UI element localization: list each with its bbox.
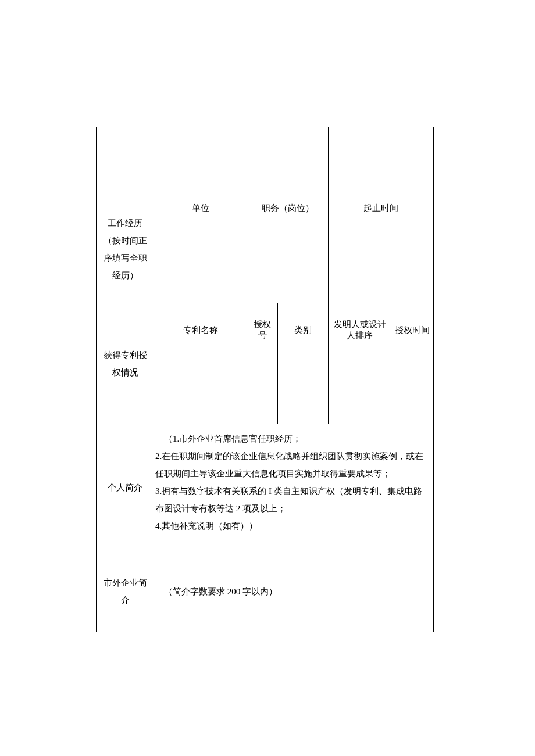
patent-authno-cell[interactable] — [247, 357, 278, 424]
patent-inventor-header: 发明人或设计 人排序 — [329, 303, 391, 357]
patent-category-header: 类别 — [278, 303, 329, 357]
external-company-label: 市外企业简 介 — [97, 551, 154, 632]
work-history-label: 工作经历 （按时间正 序填写全职 经历） — [97, 195, 154, 303]
work-time-cell[interactable] — [329, 221, 434, 303]
form-table: 工作经历 （按时间正 序填写全职 经历） 单位 职务（岗位） 起止时间 获得专利… — [96, 127, 434, 632]
patent-name-header: 专利名称 — [154, 303, 247, 357]
patent-authtime-cell[interactable] — [391, 357, 434, 424]
external-company-content[interactable]: （简介字数要求 200 字以内） — [154, 551, 434, 632]
work-time-header: 起止时间 — [329, 195, 434, 221]
prev-cell-2 — [247, 127, 329, 195]
patent-authtime-header: 授权时间 — [391, 303, 434, 357]
patent-status-label: 获得专利授 权情况 — [97, 303, 154, 424]
prev-label-cell — [97, 127, 154, 195]
patent-name-cell[interactable] — [154, 357, 247, 424]
work-position-cell[interactable] — [247, 221, 329, 303]
personal-profile-content[interactable]: （1.市外企业首席信息官任职经历； 2.在任职期间制定的该企业信息化战略并组织团… — [154, 424, 434, 551]
patent-category-cell[interactable] — [278, 357, 329, 424]
prev-cell-1 — [154, 127, 247, 195]
patent-authno-header: 授权 号 — [247, 303, 278, 357]
work-position-header: 职务（岗位） — [247, 195, 329, 221]
personal-profile-label: 个人简介 — [97, 424, 154, 551]
work-unit-cell[interactable] — [154, 221, 247, 303]
patent-inventor-cell[interactable] — [329, 357, 391, 424]
work-unit-header: 单位 — [154, 195, 247, 221]
prev-cell-3 — [329, 127, 434, 195]
